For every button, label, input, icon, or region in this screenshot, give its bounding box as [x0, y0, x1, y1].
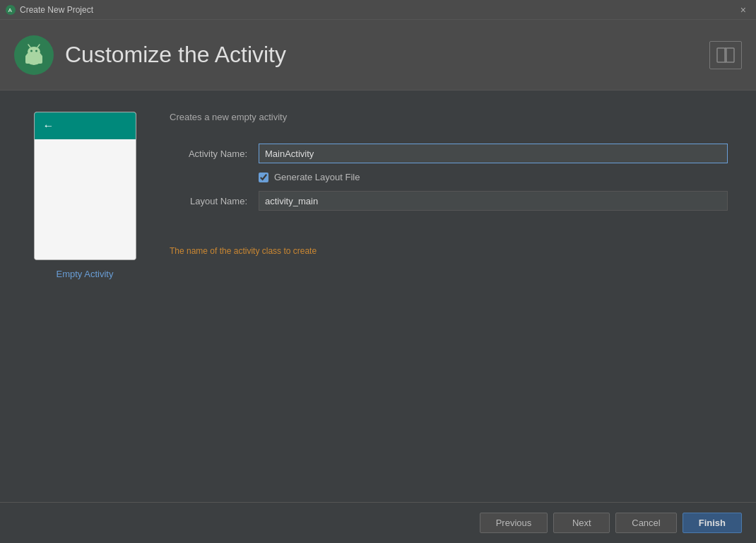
finish-button[interactable]: Finish [683, 513, 742, 533]
layout-name-input[interactable] [259, 191, 728, 211]
phone-content [35, 139, 136, 259]
previous-button[interactable]: Previous [480, 513, 548, 533]
cancel-button[interactable]: Cancel [615, 513, 676, 533]
svg-line-7 [28, 45, 30, 47]
activity-name-row: Activity Name: [170, 144, 728, 163]
svg-rect-10 [726, 48, 734, 62]
svg-text:A: A [8, 7, 13, 13]
svg-point-6 [35, 49, 37, 52]
android-icon [21, 42, 47, 68]
next-button[interactable]: Next [553, 513, 610, 533]
generate-layout-row: Generate Layout File [259, 172, 728, 182]
generate-layout-checkbox[interactable] [259, 173, 268, 182]
page-title: Customize the Activity [65, 42, 286, 68]
activity-name-label: Activity Name: [170, 148, 247, 159]
svg-line-8 [37, 45, 40, 47]
generate-layout-label[interactable]: Generate Layout File [274, 172, 360, 182]
activity-name-input[interactable] [259, 144, 728, 163]
page-header: Customize the Activity [0, 20, 756, 90]
phone-preview: ← [34, 112, 136, 260]
title-bar: A Create New Project × [0, 0, 756, 20]
svg-point-5 [30, 49, 33, 52]
window: A Create New Project × [0, 0, 756, 543]
book-icon-box [709, 41, 742, 69]
title-bar-left: A Create New Project [6, 5, 93, 15]
window-title: Create New Project [20, 5, 93, 15]
svg-rect-9 [717, 48, 725, 62]
preview-label: Empty Activity [57, 269, 114, 279]
footer: Previous Next Cancel Finish [0, 502, 756, 543]
android-logo [14, 35, 54, 75]
content-area: ← Empty Activity Creates a new empty act… [0, 90, 756, 502]
right-panel: Creates a new empty activity Activity Na… [170, 112, 728, 481]
left-panel: ← Empty Activity [28, 112, 141, 481]
svg-point-4 [28, 47, 40, 57]
app-icon: A [6, 5, 16, 15]
book-icon [716, 47, 736, 64]
description-text: Creates a new empty activity [170, 112, 728, 122]
header-left: Customize the Activity [14, 35, 286, 75]
close-button[interactable]: × [736, 4, 750, 16]
phone-toolbar: ← [35, 112, 136, 139]
layout-name-row: Layout Name: [170, 191, 728, 211]
main-content: ← Empty Activity Creates a new empty act… [0, 90, 756, 502]
hint-text: The name of the activity class to create [170, 246, 728, 256]
layout-name-label: Layout Name: [170, 196, 247, 206]
form-section: Activity Name: Generate Layout File Layo… [170, 144, 728, 211]
